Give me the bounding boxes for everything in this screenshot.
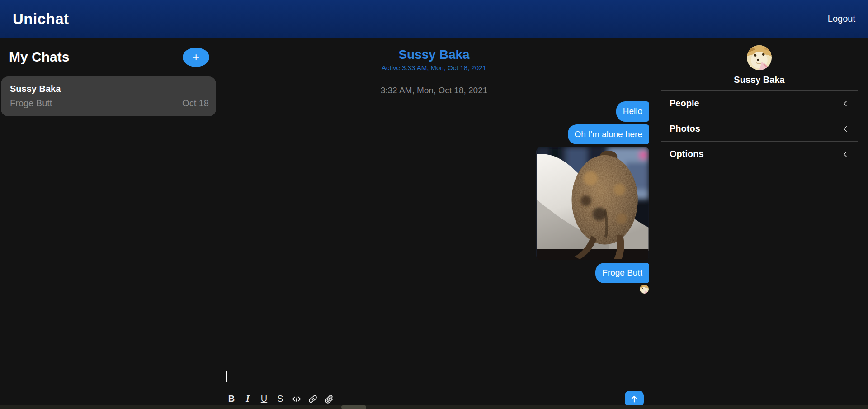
message-bubble: Oh I'm alone here (568, 124, 649, 145)
send-button[interactable] (625, 391, 644, 407)
accordion-label: People (670, 98, 699, 109)
accordion-label: Options (670, 149, 704, 159)
details-panel: Sussy Baka People Photos Options (651, 38, 868, 409)
chain-link-icon (308, 394, 318, 404)
message-input[interactable] (217, 364, 651, 389)
accordion-label: Photos (670, 124, 700, 134)
brand-link[interactable]: Unichat (13, 10, 69, 28)
frog-body (572, 155, 638, 245)
chats-title: My Chats (9, 49, 69, 65)
link-button[interactable] (308, 393, 318, 405)
accordion-people[interactable]: People (661, 90, 858, 116)
accordion-options[interactable]: Options (661, 141, 858, 166)
chats-sidebar: My Chats + Sussy Baka Froge Butt Oct 18 (0, 38, 217, 409)
plus-icon: + (193, 51, 199, 63)
logout-button[interactable]: Logout (828, 14, 855, 24)
arrow-up-icon (629, 394, 639, 404)
conversation-active-status: Active 3:33 AM, Mon, Oct 18, 2021 (382, 64, 486, 71)
attachment-button[interactable] (324, 393, 334, 405)
unichat-app: Unichat Logout My Chats + Sussy Baka Fro… (0, 0, 868, 409)
froge-butt-image[interactable] (536, 147, 649, 260)
details-accordion: People Photos Options (651, 90, 868, 166)
chats-header: My Chats + (0, 38, 217, 76)
chat-item-date: Oct 18 (182, 98, 209, 109)
strikethrough-button[interactable]: S (275, 393, 285, 405)
code-icon (292, 394, 302, 404)
doge-avatar (747, 45, 772, 70)
accordion-photos[interactable]: Photos (661, 116, 858, 141)
chat-item-meta: Froge Butt Oct 18 (10, 98, 209, 109)
chevron-left-icon (841, 125, 849, 133)
top-navbar: Unichat Logout (0, 0, 868, 38)
main-layout: My Chats + Sussy Baka Froge Butt Oct 18 … (0, 38, 868, 409)
froge-butt-illustration (536, 147, 649, 260)
chat-list-item[interactable]: Sussy Baka Froge Butt Oct 18 (1, 76, 216, 116)
chat-item-name: Sussy Baka (10, 84, 209, 94)
chevron-left-icon (841, 100, 849, 108)
date-separator: 3:32 AM, Mon, Oct 18, 2021 (381, 86, 488, 95)
profile-name: Sussy Baka (734, 75, 784, 85)
messages-area: Sussy Baka Active 3:33 AM, Mon, Oct 18, … (217, 38, 651, 364)
conversation-title: Sussy Baka (398, 48, 469, 61)
text-caret (226, 371, 227, 382)
horizontal-scrollbar[interactable] (0, 405, 868, 409)
scrollbar-thumb[interactable] (341, 405, 366, 409)
chat-window: Sussy Baka Active 3:33 AM, Mon, Oct 18, … (217, 38, 651, 409)
chevron-left-icon (841, 150, 849, 158)
chat-item-last-message: Froge Butt (10, 98, 52, 109)
code-button[interactable] (292, 393, 302, 405)
bold-button[interactable]: B (226, 393, 236, 405)
italic-button[interactable]: I (243, 393, 253, 405)
paperclip-icon (324, 394, 334, 404)
message-bubble: Froge Butt (595, 263, 649, 283)
message-bubble: Hello (616, 101, 649, 122)
seen-indicator-doge-avatar (640, 285, 649, 294)
new-chat-button[interactable]: + (183, 48, 209, 67)
underline-button[interactable]: U (259, 393, 269, 405)
